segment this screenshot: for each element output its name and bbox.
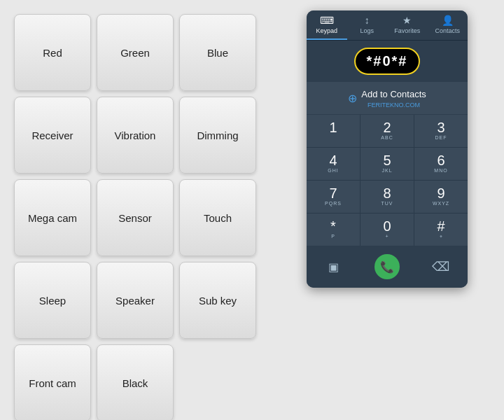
key-main-0: 0 <box>383 219 391 233</box>
key-main-5: 5 <box>383 153 391 167</box>
tab-label-keypad: Keypad <box>316 27 337 34</box>
grid-btn-receiver[interactable]: Receiver <box>14 97 91 174</box>
key-main-7: 7 <box>329 186 337 200</box>
dial-number: *#0*# <box>367 53 408 69</box>
call-button-circle[interactable]: 📞 <box>374 254 400 279</box>
add-contacts-icon: ⊕ <box>348 92 357 105</box>
tab-logs[interactable]: ↕Logs <box>347 10 388 40</box>
key-sub-3: DEF <box>435 135 447 141</box>
call-button[interactable]: 📞 <box>360 250 414 284</box>
grid-btn-touch[interactable]: Touch <box>179 179 256 256</box>
grid-btn-sub-key[interactable]: Sub key <box>179 262 256 339</box>
key-3[interactable]: 3DEF <box>414 115 468 147</box>
key-main-1: 1 <box>329 120 337 134</box>
tab-label-favorites: Favorites <box>394 27 420 34</box>
tab-contacts[interactable]: 👤Contacts <box>428 10 468 40</box>
grid-btn-vibration[interactable]: Vibration <box>97 97 174 174</box>
key-sub-0: + <box>385 234 388 240</box>
key-main-4: 4 <box>329 153 337 167</box>
voicemail-button[interactable]: ▣ <box>307 256 360 278</box>
key-6[interactable]: 6MNO <box>414 148 468 180</box>
tab-keypad[interactable]: ⌨Keypad <box>307 10 347 40</box>
action-bar: ▣ 📞 ⌫ <box>307 246 468 288</box>
tab-label-logs: Logs <box>360 27 374 34</box>
dial-display: *#0*# <box>307 41 468 82</box>
key-main-8: 8 <box>383 186 391 200</box>
key-sub-7: PQRS <box>325 201 342 207</box>
add-contacts-text-group: Add to Contacts FERITEKNO.COM <box>361 88 426 108</box>
key-sub-6: MNO <box>434 168 447 174</box>
key-main-2: 2 <box>383 120 391 134</box>
tab-icon-logs: ↕ <box>365 15 370 26</box>
tab-bar: ⌨Keypad↕Logs★Favorites👤Contacts <box>307 10 468 41</box>
key-0[interactable]: 0+ <box>360 214 414 246</box>
key-main-*: * <box>330 219 336 233</box>
grid-btn-red[interactable]: Red <box>14 14 91 91</box>
phone-ui: ⌨Keypad↕Logs★Favorites👤Contacts *#0*# ⊕ … <box>307 10 468 288</box>
test-button-grid: RedGreenBlueReceiverVibrationDimmingMega… <box>0 0 270 420</box>
delete-button[interactable]: ⌫ <box>414 255 468 279</box>
tab-icon-keypad: ⌨ <box>320 15 334 26</box>
key-#[interactable]: #⌖ <box>414 214 468 246</box>
brand-label: FERITEKNO.COM <box>361 102 426 108</box>
keypad: 12ABC3DEF4GHI5JKL6MNO7PQRS8TUV9WXYZ*P0+#… <box>307 115 468 246</box>
call-icon: 📞 <box>380 260 394 274</box>
grid-btn-speaker[interactable]: Speaker <box>97 262 174 339</box>
add-contacts-label: Add to Contacts <box>361 89 426 99</box>
tab-icon-contacts: 👤 <box>442 15 454 26</box>
key-sub-4: GHI <box>328 168 338 174</box>
key-sub-9: WXYZ <box>433 201 449 207</box>
tab-label-contacts: Contacts <box>435 27 460 34</box>
dial-number-box: *#0*# <box>354 48 421 75</box>
tab-favorites[interactable]: ★Favorites <box>387 10 428 40</box>
key-4[interactable]: 4GHI <box>307 148 360 180</box>
grid-btn-blue[interactable]: Blue <box>179 14 256 91</box>
key-sub-*: P <box>331 234 335 240</box>
key-main-6: 6 <box>437 153 444 167</box>
key-1[interactable]: 1 <box>307 115 360 147</box>
grid-btn-green[interactable]: Green <box>97 14 174 91</box>
key-7[interactable]: 7PQRS <box>307 181 360 213</box>
grid-btn-dimming[interactable]: Dimming <box>179 97 256 174</box>
voicemail-icon: ▣ <box>328 260 339 274</box>
key-sub-#: ⌖ <box>440 234 443 240</box>
add-contacts-bar[interactable]: ⊕ Add to Contacts FERITEKNO.COM <box>307 82 468 115</box>
grid-btn-sensor[interactable]: Sensor <box>97 179 174 256</box>
key-main-3: 3 <box>437 120 444 134</box>
key-sub-8: TUV <box>382 201 393 207</box>
grid-btn-sleep[interactable]: Sleep <box>14 262 91 339</box>
grid-btn-mega-cam[interactable]: Mega cam <box>14 179 91 256</box>
key-*[interactable]: *P <box>307 214 360 246</box>
phone-panel: ⌨Keypad↕Logs★Favorites👤Contacts *#0*# ⊕ … <box>270 0 504 298</box>
key-9[interactable]: 9WXYZ <box>414 181 468 213</box>
grid-btn-black[interactable]: Black <box>97 344 174 420</box>
grid-btn-front-cam[interactable]: Front cam <box>14 344 91 420</box>
key-sub-2: ABC <box>381 135 393 141</box>
key-sub-5: JKL <box>382 168 392 174</box>
key-2[interactable]: 2ABC <box>360 115 414 147</box>
tab-icon-favorites: ★ <box>402 15 412 26</box>
key-main-#: # <box>437 219 444 233</box>
key-5[interactable]: 5JKL <box>360 148 414 180</box>
key-8[interactable]: 8TUV <box>360 181 414 213</box>
delete-icon: ⌫ <box>432 259 449 274</box>
key-main-9: 9 <box>437 186 444 200</box>
